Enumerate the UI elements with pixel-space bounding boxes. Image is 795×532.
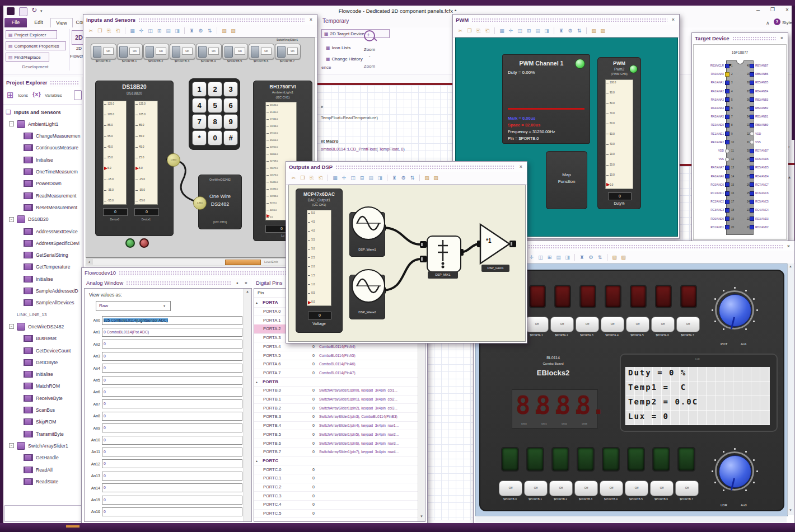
help-icon[interactable]: ?	[774, 18, 780, 25]
toolbar-icon[interactable]: ▨	[432, 175, 439, 182]
toolbar-icon[interactable]: ▧	[611, 254, 618, 261]
inputs-panel-canvas[interactable]: SwitchArraySlider1 On$PORTB.0On$PORTB.1O…	[86, 37, 315, 258]
tree-item-inputs-and-sensors[interactable]: ❏Inputs and Sensors	[4, 106, 81, 118]
close-icon[interactable]: ×	[518, 164, 524, 170]
toolbar-icon[interactable]: ▨	[230, 27, 237, 35]
toolbar-icon[interactable]: ▨	[599, 27, 606, 35]
tree-item-receivebyte[interactable]: ReceiveByte	[4, 392, 81, 404]
toolbar-icon[interactable]: ◫	[537, 254, 544, 261]
toolbar-icon[interactable]: ⊞	[156, 27, 163, 35]
scroll-up-icon[interactable]: ▲	[246, 290, 249, 293]
tree-item-skiprom[interactable]: SkipROM	[4, 416, 81, 428]
board-button-porta-7[interactable]: Off	[676, 317, 700, 332]
toolbar-icon[interactable]: ⎗	[114, 27, 121, 35]
analog-value-field[interactable]: 0	[102, 364, 242, 373]
scroll-right-icon[interactable]: ›	[788, 144, 790, 149]
ldr-knob[interactable]	[709, 446, 760, 496]
outputs-canvas[interactable]: MCP47x6DAC DAC_Output1 (I2C CH1) 5.04.54…	[288, 185, 526, 342]
pwm-panel-titlebar[interactable]: PWM ×	[453, 15, 679, 25]
analog-row-an1[interactable]: An10 ComboBL0114(Pot ADC)	[87, 326, 242, 338]
onewire-node-icon[interactable]: 1-Wire	[167, 153, 180, 167]
group-expander-icon[interactable]: ▴	[254, 380, 261, 384]
scroll-down-icon[interactable]: ▼	[789, 509, 792, 512]
analog-row-an10[interactable]: An100	[87, 434, 242, 446]
tab-view[interactable]: View	[50, 18, 73, 28]
toolbar-icon[interactable]: ◫	[516, 27, 523, 35]
toolbar-icon[interactable]: ♜	[578, 254, 586, 261]
toolbar-icon[interactable]: ✛	[138, 27, 145, 35]
dsp-mix-component[interactable]	[427, 236, 461, 272]
toolbar-icon[interactable]: ▧	[590, 27, 597, 35]
view-item-2d-target-device[interactable]: ▦2D Target Device	[321, 29, 390, 38]
analog-value-field[interactable]: 0	[102, 483, 242, 492]
tree-item-onetimemeasurem[interactable]: OneTimeMeasurem	[4, 166, 81, 178]
analog-row-an8[interactable]: An80	[87, 410, 242, 422]
target-device-titlebar[interactable]: Target Device ×	[692, 33, 788, 43]
board-button-porta-3[interactable]: Off	[576, 317, 599, 332]
scroll-left-icon[interactable]: ◂	[86, 259, 92, 265]
inputs-hscrollbar[interactable]: ◂ LevelEmb ▸	[86, 258, 315, 266]
board-button-portb-5-b[interactable]: Off	[625, 481, 648, 496]
expander-icon[interactable]: −	[9, 324, 14, 329]
tab-file[interactable]: File	[4, 18, 27, 27]
flowchart-canvas[interactable]	[316, 85, 453, 164]
digital-row-portc-2[interactable]: PORTC.20	[254, 483, 418, 492]
icons-grid-icon[interactable]: ⊞	[7, 90, 14, 100]
toolbar-icon[interactable]: ⇅	[576, 27, 583, 35]
view-item-icon-lists[interactable]: ▦Icon Lists	[324, 43, 353, 52]
toolbar-icon[interactable]: ⎘	[308, 175, 315, 182]
save-icon[interactable]	[19, 7, 27, 16]
digital-row-portb-6[interactable]: PORTB.60SwitchArraySlider1(pin6), keypad…	[254, 439, 418, 448]
digital-row-portb-0[interactable]: PORTB.00SwitchArraySlider1(pin0), keypad…	[254, 386, 418, 396]
tree-item-resetmeasurement[interactable]: ResetMeasurement	[4, 201, 81, 213]
analog-value-field[interactable]: 0	[102, 352, 242, 361]
scroll-up-icon[interactable]: ▲	[789, 265, 792, 268]
toolbar-icon[interactable]: ⚙	[587, 254, 595, 261]
toolbar-icon[interactable]: ✛	[528, 254, 535, 261]
eblocks-hscrollbar[interactable]	[475, 516, 787, 522]
analog-value-field[interactable]: 0	[102, 448, 242, 456]
zoom-icon[interactable]: +	[364, 30, 375, 41]
board-button-portb-1-b[interactable]: Off	[524, 481, 548, 496]
analog-window-titlebar[interactable]: Analog Window ▪ ×	[83, 278, 252, 288]
analog-row-an4[interactable]: An40	[87, 362, 242, 374]
toolbar-icon[interactable]: ♜	[391, 175, 398, 182]
ribbon-button-project-explorer[interactable]: ▤Project Explorer	[6, 30, 57, 39]
toolbar-icon[interactable]: ⊞	[525, 27, 532, 35]
analog-row-an6[interactable]: An60	[87, 386, 242, 398]
tree-item-readall[interactable]: ReadAll	[4, 464, 81, 475]
toolbar-icon[interactable]: ✛	[340, 175, 348, 182]
variables-icon[interactable]: {x}	[32, 91, 41, 97]
digital-row-portb-3[interactable]: PORTB.30SwitchArraySlider1(pin3), ComboB…	[254, 412, 418, 422]
slider-marker-icon[interactable]	[606, 183, 610, 186]
toolbar-icon[interactable]: ❐	[466, 27, 473, 35]
analog-row-an16[interactable]: An160	[87, 506, 242, 517]
toolbar-icon[interactable]: ⎘	[105, 27, 113, 35]
analog-value-field[interactable]: 0 ComboBL0114(Pot ADC)	[102, 328, 242, 337]
toolbar-icon[interactable]: ⊞	[546, 254, 553, 261]
toolbar-icon[interactable]: ⚙	[400, 175, 407, 182]
view-values-dropdown[interactable]: Raw ▾	[96, 301, 171, 311]
board-button-porta-5[interactable]: Off	[626, 317, 649, 332]
toolbar-icon[interactable]: ◨	[564, 254, 571, 261]
partial-toolbar-icon[interactable]	[74, 90, 82, 100]
board-button-portb-4-b[interactable]: Off	[600, 481, 623, 496]
toolbar-icon[interactable]: ✛	[507, 27, 515, 35]
map-function-component[interactable]: Map Function	[546, 151, 587, 209]
analog-value-field[interactable]: 0	[102, 376, 242, 385]
group-expander-icon[interactable]: ▴	[254, 459, 261, 463]
board-button-porta-1[interactable]: Off	[525, 317, 549, 332]
tree-item-samplealldevices[interactable]: SampleAllDevices	[4, 297, 81, 309]
maximize-button[interactable]: ❐	[768, 7, 777, 12]
toolbar-icon[interactable]: ▤	[555, 254, 562, 261]
digital-row-portc-5[interactable]: PORTC.50	[254, 509, 418, 519]
toolbar-icon[interactable]: ▨	[620, 254, 627, 261]
analog-row-an11[interactable]: An110	[87, 446, 242, 458]
zoom-minus[interactable]: -	[367, 54, 372, 59]
toolbar-icon[interactable]: ♜	[188, 27, 195, 35]
analog-value-field[interactable]: 0	[102, 459, 242, 468]
analog-value-field[interactable]: 0	[102, 496, 242, 505]
board-button-portb-3-b[interactable]: Off	[574, 481, 598, 496]
digital-row-portb-4[interactable]: PORTB.40SwitchArraySlider1(pin4), keypad…	[254, 421, 418, 431]
variables-label[interactable]: Variables	[45, 93, 62, 98]
